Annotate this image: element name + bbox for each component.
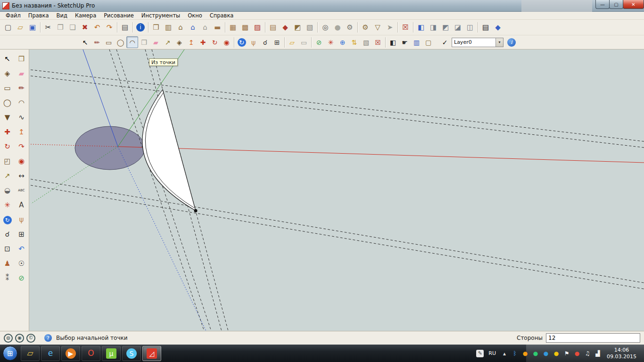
get-models-folder-button[interactable]: ▱ xyxy=(286,36,298,48)
drawing-canvas[interactable]: Из точки xyxy=(29,49,644,331)
language-indicator[interactable]: RU xyxy=(486,350,498,356)
rotate-tool-button[interactable]: ↻ xyxy=(209,36,221,48)
photo-texture-button[interactable]: ▧ xyxy=(360,36,372,48)
arc-tool-button[interactable]: ◠ xyxy=(15,97,28,109)
circle-face[interactable] xyxy=(75,126,145,170)
protractor-tool-button[interactable]: ◒ xyxy=(1,184,14,197)
undo-button[interactable]: ↶ xyxy=(91,21,103,33)
position-camera-button[interactable]: ♟ xyxy=(1,257,14,270)
offset-tool-button[interactable]: ◉ xyxy=(221,36,232,48)
previous-view-button[interactable]: ↶ xyxy=(15,243,28,255)
cut-button[interactable]: ✂ xyxy=(42,21,54,33)
zoom-extents-button[interactable]: ⊡ xyxy=(1,243,14,255)
open-folder-button[interactable]: ▱ xyxy=(14,21,26,33)
clock[interactable]: 14:06 09.03.2015 xyxy=(604,347,641,360)
planks-button[interactable]: ▤ xyxy=(267,21,279,33)
sketchup-taskbar-button[interactable]: ◿ xyxy=(142,346,161,361)
guide-line[interactable] xyxy=(31,185,644,289)
shingles-button[interactable]: ▩ xyxy=(239,21,251,33)
explorer-taskbar-button[interactable]: ▱ xyxy=(21,346,40,361)
menu-window[interactable]: Окно xyxy=(184,12,206,19)
push-pull-button[interactable]: ↥ xyxy=(15,126,28,139)
follow-me-button[interactable]: ↷ xyxy=(15,140,28,153)
toggle-terrain-button[interactable]: ⇅ xyxy=(348,36,360,48)
volume-tray-icon[interactable]: ♫ xyxy=(583,349,592,358)
arc-shape-face[interactable] xyxy=(142,90,196,211)
line-tool-button[interactable]: ✏ xyxy=(91,36,103,48)
pan-tool-button[interactable]: ψ xyxy=(248,36,259,48)
paint-bucket-button[interactable]: ◈ xyxy=(1,67,14,80)
show-hidden-icons-button[interactable]: ▴ xyxy=(500,349,509,358)
red-panel-button[interactable]: ◆ xyxy=(279,21,291,33)
polygon-tool-button[interactable]: ▼ xyxy=(1,111,14,124)
yellow-dot-tray-icon[interactable]: ● xyxy=(552,349,561,358)
help-icon[interactable]: ? xyxy=(44,334,52,342)
circle-tool-button[interactable]: ◯ xyxy=(1,97,14,109)
push-pull-button[interactable]: ↥ xyxy=(185,36,197,48)
report-button[interactable]: ▥ xyxy=(411,36,422,48)
scale-tool-button[interactable]: ◰ xyxy=(1,155,14,168)
green-dot-tray-icon[interactable]: ● xyxy=(531,349,540,358)
menu-help[interactable]: Справка xyxy=(206,12,238,19)
front-view-button[interactable]: ◩ xyxy=(439,21,452,33)
pan-tool-button[interactable]: ψ xyxy=(15,214,28,226)
page-button[interactable]: ▢ xyxy=(422,36,434,48)
eraser-tool-button[interactable]: ▰ xyxy=(150,36,162,48)
maximize-button[interactable]: ▢ xyxy=(609,0,623,9)
blue-cube-button[interactable]: ◆ xyxy=(492,21,504,33)
text-tool-button[interactable]: ABC xyxy=(15,184,28,197)
freehand-tool-button[interactable]: ∿ xyxy=(15,111,28,124)
network-tray-icon[interactable]: ▟ xyxy=(594,349,602,358)
internet-explorer-taskbar-button[interactable]: e xyxy=(41,346,60,361)
red-x-button[interactable]: ☒ xyxy=(372,36,384,48)
gears-button[interactable]: ⚙ xyxy=(359,21,372,33)
layer-info-button[interactable]: i xyxy=(507,38,516,47)
iso-view-button[interactable]: ◧ xyxy=(415,21,427,33)
start-button[interactable]: ⊞ xyxy=(3,346,17,361)
guide-line[interactable] xyxy=(31,179,644,283)
component-box-button[interactable]: ▥ xyxy=(162,21,174,33)
google-earth-button[interactable]: ⊕ xyxy=(337,36,348,48)
orbit-tool-button[interactable]: ↻ xyxy=(236,36,248,48)
blue-dot-tray-icon[interactable]: ● xyxy=(542,349,550,358)
save-component-button[interactable]: ⌂ xyxy=(187,21,199,33)
menu-file[interactable]: Файл xyxy=(2,12,25,19)
back-view-button[interactable]: ◫ xyxy=(464,21,476,33)
model-info-button[interactable]: i xyxy=(134,21,147,33)
media-player-taskbar-button[interactable]: ▶ xyxy=(61,346,80,361)
orbit-status-button[interactable]: ◉ xyxy=(15,334,24,343)
shadow-stack-button[interactable]: ▤ xyxy=(479,21,492,33)
axes-tool-button[interactable]: ✳ xyxy=(325,36,337,48)
house-button[interactable]: ⌂ xyxy=(174,21,187,33)
tape-measure-button[interactable]: ↗ xyxy=(1,170,14,182)
right-view-button[interactable]: ◪ xyxy=(452,21,464,33)
top-view-button[interactable]: ◨ xyxy=(427,21,439,33)
funnel-button[interactable]: ▽ xyxy=(372,21,384,33)
rectangle-tool-button[interactable]: ▭ xyxy=(1,82,14,95)
redo-button[interactable]: ↷ xyxy=(103,21,116,33)
dimension-tool-button[interactable]: ↔ xyxy=(15,170,28,182)
red-x-document-button[interactable]: ☒ xyxy=(399,21,412,33)
hand-tool-button[interactable]: ☛ xyxy=(399,36,411,48)
copy-button[interactable]: ❐ xyxy=(54,21,66,33)
gray-circle-button[interactable]: ● xyxy=(331,21,344,33)
close-button[interactable]: ✕ xyxy=(623,0,644,9)
rotate-tool-button[interactable]: ↻ xyxy=(1,140,14,153)
target-circle-button[interactable]: ◎ xyxy=(319,21,331,33)
skype-taskbar-button[interactable]: S xyxy=(122,346,141,361)
geolocation-status-button[interactable]: ◍ xyxy=(4,334,13,343)
red-axis[interactable] xyxy=(118,147,644,163)
zoom-tool-button[interactable]: ☌ xyxy=(259,36,271,48)
layer-dropdown[interactable]: Layer0 ▾ xyxy=(452,38,504,47)
line-tool-button[interactable]: ✏ xyxy=(15,82,28,95)
utorrent-taskbar-button[interactable]: µ xyxy=(102,346,121,361)
paint-bucket-button[interactable]: ◈ xyxy=(173,36,185,48)
gray-panel-button[interactable]: ▧ xyxy=(304,21,316,33)
zoom-window-button[interactable]: ⊞ xyxy=(271,36,283,48)
bricks-button[interactable]: ▦ xyxy=(227,21,239,33)
eraser-tool-button[interactable]: ▰ xyxy=(15,67,28,80)
paste-button[interactable]: ❏ xyxy=(66,21,79,33)
red-dot-tray-icon[interactable]: ● xyxy=(573,349,581,358)
gear-circle-button[interactable]: ⚙ xyxy=(344,21,356,33)
look-around-button[interactable]: ☉ xyxy=(15,257,28,270)
